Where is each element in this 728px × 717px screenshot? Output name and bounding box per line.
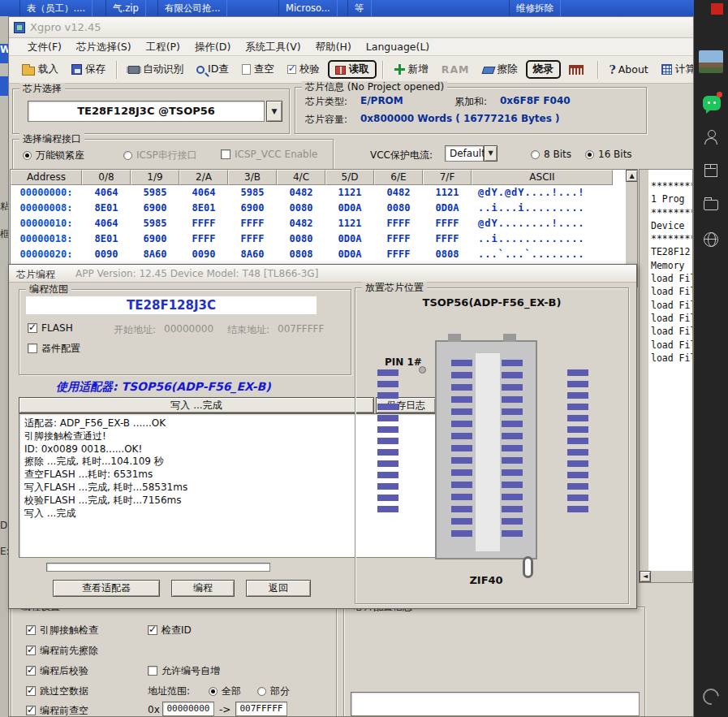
socket-notch — [448, 334, 461, 342]
auto-increment-option[interactable]: 允许编号自增 — [148, 664, 220, 678]
back-button[interactable]: 返回 — [246, 580, 311, 597]
globe-icon[interactable] — [704, 232, 718, 247]
calculator-button[interactable]: 计算 — [657, 60, 694, 79]
hex-cell: 0080 — [277, 231, 325, 247]
auto-detect-button[interactable]: 自动识别 — [123, 60, 188, 79]
package-icon[interactable] — [704, 164, 717, 177]
add-button[interactable]: 新增 — [390, 60, 433, 79]
checkbox-icon — [26, 706, 36, 715]
chip-type-label: 芯片类型: — [305, 95, 347, 109]
chip-select-dropdown-button[interactable]: ▼ — [266, 101, 282, 122]
erase-before-option[interactable]: 编程前先擦除 — [26, 644, 98, 658]
blank-before-label: 编程前查空 — [40, 705, 88, 716]
range-part-option[interactable]: 部分 — [257, 685, 290, 698]
hex-cell: 0090 — [82, 247, 131, 262]
status-button[interactable]: 写入 ...完成 — [19, 397, 374, 413]
checkbox-icon — [26, 625, 36, 635]
load-button[interactable]: 载入 — [17, 60, 63, 79]
chat-icon[interactable] — [703, 96, 721, 110]
refresh-icon[interactable] — [700, 685, 722, 708]
pins-button[interactable] — [564, 63, 592, 77]
view-adapter-button[interactable]: 查看适配器 — [53, 580, 160, 597]
taskbar-item[interactable]: 等 — [347, 0, 372, 16]
adapter-info: 使用适配器: TSOP56(ADP-F56_EX-B) — [56, 380, 271, 395]
close-button[interactable] — [711, 3, 723, 15]
addr-from-field[interactable]: 00000000 — [162, 702, 214, 716]
addr-to-field[interactable]: 007FFFFF — [235, 702, 287, 716]
vcc-current-combo[interactable]: Default — [445, 145, 484, 162]
placement-group-title: 放置芯片位置 — [362, 282, 427, 294]
floppy-icon — [71, 64, 82, 75]
checksum-value: 0x6F8F F040 — [500, 95, 571, 106]
taskbar-item[interactable]: 表（员工）.... — [19, 0, 93, 16]
pin-check-option[interactable]: 引脚接触检查 — [26, 624, 98, 637]
checkbox-icon — [26, 686, 36, 696]
icsp-radio-option[interactable]: ICSP串行接口 — [123, 149, 197, 162]
burn-button[interactable]: 烧录 — [526, 60, 561, 79]
taskbar: 表（员工）.... 气.zip 有限公司抢... Microso... 等 维修… — [0, 0, 728, 16]
bits8-radio-option[interactable]: 8 Bits — [531, 149, 571, 160]
id-check-button[interactable]: ID查 — [192, 60, 234, 79]
adapter-pins-left — [377, 369, 398, 512]
menu-chip-select[interactable]: 芯片选择(S) — [69, 38, 139, 56]
erase-button[interactable]: 擦除 — [478, 60, 523, 79]
save-button[interactable]: 保存 — [67, 60, 110, 79]
blank-before-option[interactable]: 编程前查空 — [26, 704, 88, 717]
vcc-dropdown-button[interactable]: ▼ — [484, 145, 498, 162]
hex-cell: 8E01 — [82, 231, 131, 247]
ram-button[interactable]: RAM — [437, 61, 475, 78]
menu-help[interactable]: 帮助(H) — [308, 38, 359, 56]
hex-row[interactable]: 00000008:8E0169008E01690000800D0A00800D0… — [11, 201, 626, 216]
hex-row[interactable]: 00000000:4064598540645985048211210482112… — [11, 185, 626, 201]
contacts-icon[interactable] — [704, 130, 718, 145]
info-panel-text: ******** 1 Prog ******** Device ********… — [651, 179, 693, 365]
device-config-option[interactable]: 器件配置 — [28, 342, 80, 356]
range-all-option[interactable]: 全部 — [209, 685, 241, 698]
scroll-up-icon[interactable]: ▲ — [626, 170, 638, 182]
verify-button[interactable]: 校验 — [282, 60, 325, 79]
bits16-radio-option[interactable]: 16 Bits — [585, 149, 632, 160]
read-button[interactable]: 读取 — [328, 60, 377, 79]
photo-thumbnail[interactable] — [699, 50, 723, 73]
calculator-label: 计算 — [675, 63, 694, 76]
vcc-current-label: VCC保护电流: — [370, 149, 433, 162]
end-address-value: 007FFFFF — [278, 323, 324, 335]
socket-radio-option[interactable]: 万能锁紧座 — [23, 149, 84, 162]
skip-blank-option[interactable]: 跳过空数据 — [26, 685, 88, 698]
question-icon: ? — [610, 63, 616, 76]
icsp-radio-label: ICSP串行接口 — [136, 149, 197, 161]
taskbar-item[interactable]: 气.zip — [106, 0, 146, 16]
menu-language[interactable]: Language(L) — [359, 38, 437, 56]
menu-operation[interactable]: 操作(D) — [187, 38, 238, 56]
info-panel-scrollbar[interactable] — [640, 170, 648, 582]
verify-after-option[interactable]: 编程后校验 — [26, 664, 88, 678]
book-icon — [335, 66, 346, 75]
notification-dot — [717, 92, 722, 97]
blank-check-button[interactable]: 查空 — [237, 60, 279, 79]
menu-file[interactable]: 文件(F) — [20, 38, 69, 56]
check-id-option[interactable]: 检查ID — [148, 624, 192, 637]
load-label: 载入 — [38, 63, 58, 76]
hex-cell: 0D0A — [325, 247, 374, 262]
folder-icon[interactable] — [704, 200, 718, 210]
program-button[interactable]: 编程 — [171, 580, 235, 597]
menu-project[interactable]: 工程(P) — [139, 38, 187, 56]
checksum-label: 累加和: — [454, 95, 487, 109]
taskbar-item[interactable]: Microso... — [278, 0, 338, 16]
hex-row[interactable]: 00000020:00908A6000908A6008080D0AFFFF080… — [11, 247, 626, 262]
hex-row[interactable]: 00000018:8E016900FFFFFFFF00800D0AFFFFFFF… — [11, 231, 626, 247]
chip-select-combo[interactable]: TE28F128J3C @TSOP56 — [28, 101, 265, 122]
taskbar-item[interactable]: 维修拆除 — [509, 0, 561, 16]
hex-cell: 5985 — [131, 185, 179, 201]
column-header: Address — [11, 170, 82, 185]
info-panel-hscrollbar[interactable]: ◄ — [640, 571, 692, 582]
icsp-vcc-checkbox-option[interactable]: ICSP_VCC Enable — [221, 149, 317, 160]
flash-option[interactable]: FLASH — [28, 322, 73, 334]
hex-row[interactable]: 00000010:40645985FFFFFFFF04821121FFFFFFF… — [11, 216, 626, 231]
taskbar-item[interactable]: 有限公司抢... — [157, 0, 227, 16]
hex-cell: 6900 — [131, 201, 179, 216]
hex-cell: 8E01 — [179, 201, 228, 216]
scroll-left-icon[interactable]: ◄ — [640, 571, 651, 582]
menu-system-tools[interactable]: 系统工具(V) — [238, 38, 308, 56]
about-button[interactable]: ?About — [605, 61, 653, 79]
